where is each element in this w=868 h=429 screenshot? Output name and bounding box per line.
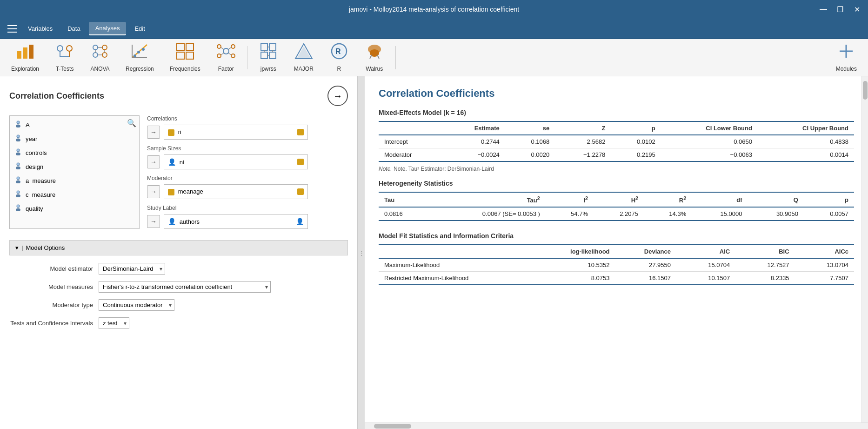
major-icon xyxy=(294,43,313,63)
regression-icon xyxy=(130,43,149,63)
svg-rect-0 xyxy=(17,51,21,59)
svg-point-20 xyxy=(137,51,140,54)
svg-line-31 xyxy=(221,47,224,49)
col-header-label xyxy=(379,121,444,135)
model-measures-row: Model measures Fisher's r-to-z transform… xyxy=(9,281,348,293)
toolbar-r[interactable]: R R xyxy=(323,41,355,74)
svg-line-51 xyxy=(377,55,379,59)
moderator-box[interactable]: meanage xyxy=(164,184,308,199)
list-item[interactable]: A xyxy=(10,118,139,132)
svg-point-19 xyxy=(134,54,136,57)
cell-intercept-ci-upper: 0.4838 xyxy=(758,135,854,148)
moderator-remove-icon[interactable] xyxy=(297,188,304,195)
panel-title: Correlation Coefficients xyxy=(9,91,104,101)
cell-reml-bic: −8.2335 xyxy=(735,272,795,285)
list-item[interactable]: controls xyxy=(10,146,139,160)
moderator-type-row: Moderator type Continuous moderator xyxy=(9,299,348,311)
toolbar-ttests[interactable]: T-Tests xyxy=(48,41,81,74)
cell-intercept-p: 0.0102 xyxy=(611,135,661,148)
factor-label: Factor xyxy=(218,66,234,72)
svg-point-21 xyxy=(142,48,145,51)
menu-analyses[interactable]: Analyses xyxy=(89,22,127,35)
toolbar-modules[interactable]: Modules xyxy=(829,41,863,74)
col-log-likelihood: log-likelihood xyxy=(534,245,615,258)
svg-point-29 xyxy=(217,54,221,58)
tests-ci-select[interactable]: z test xyxy=(99,317,129,329)
cell-reml-aic: −10.1507 xyxy=(676,272,735,285)
frequencies-icon xyxy=(176,43,194,63)
right-scrollbar-thumb[interactable] xyxy=(863,81,868,100)
toolbar-frequencies[interactable]: Frequencies xyxy=(163,41,207,74)
correlations-arrow[interactable]: → xyxy=(147,126,160,139)
toolbar-jpwrss[interactable]: jpwrss xyxy=(252,41,285,74)
study-label-box[interactable]: 👤 authors 👤 xyxy=(164,214,308,229)
heterogeneity-label: Heterogeneity Statistics xyxy=(379,180,854,187)
svg-point-28 xyxy=(231,45,235,48)
maximize-button[interactable]: ❐ xyxy=(834,3,847,16)
svg-point-71 xyxy=(17,191,20,194)
study-label-arrow[interactable]: → xyxy=(147,215,160,228)
bottom-scrollbar-thumb[interactable] xyxy=(374,424,411,429)
svg-point-4 xyxy=(67,46,72,51)
moderator-type-select[interactable]: Continuous moderator xyxy=(99,299,174,311)
minimize-button[interactable]: — xyxy=(817,3,830,16)
toolbar-exploration[interactable]: Exploration xyxy=(5,41,46,74)
menu-data[interactable]: Data xyxy=(61,22,87,35)
bottom-scrollbar[interactable] xyxy=(365,422,868,429)
cell-reml-dev: −16.1507 xyxy=(615,272,676,285)
moderator-arrow[interactable]: → xyxy=(147,185,160,198)
table-row: 0.0816 0.0067 (SE= 0.0053 ) 54.7% 2.2075… xyxy=(379,207,854,221)
svg-point-64 xyxy=(16,167,20,170)
results-title: Correlation Coefficients xyxy=(379,87,854,100)
svg-point-65 xyxy=(17,163,20,166)
anova-label: ANOVA xyxy=(90,66,109,72)
resize-handle[interactable]: ⋮ xyxy=(358,76,365,429)
list-item[interactable]: year xyxy=(10,132,139,146)
model-estimator-select[interactable]: DerSimonian-Laird xyxy=(99,263,165,275)
model-fit-table: log-likelihood Deviance AIC BIC AICc Max… xyxy=(379,244,854,285)
cell-reml-ll: 8.0753 xyxy=(534,272,615,285)
cell-moderator-estimate: −0.0024 xyxy=(444,148,505,162)
toolbar-major[interactable]: MAJOR xyxy=(287,41,320,74)
close-button[interactable]: ✕ xyxy=(850,3,863,16)
tests-ci-label: Tests and Confidence Intervals xyxy=(9,320,93,327)
toolbar: Exploration T-Tests xyxy=(0,39,868,76)
modules-icon xyxy=(838,43,855,63)
correlations-box[interactable]: ri xyxy=(164,125,308,140)
list-item[interactable]: design xyxy=(10,160,139,174)
col-deviance: Deviance xyxy=(615,245,676,258)
toolbar-factor[interactable]: Factor xyxy=(210,41,242,74)
svg-point-26 xyxy=(223,48,229,54)
list-item[interactable]: c_measure xyxy=(10,188,139,201)
model-options-header[interactable]: ▾ | Model Options xyxy=(9,240,348,255)
walrus-label: Walrus xyxy=(366,66,383,72)
col-header-p: p xyxy=(611,121,661,135)
model-measures-select[interactable]: Fisher's r-to-z transformed correlation … xyxy=(99,281,271,293)
sample-sizes-box[interactable]: 👤 ni xyxy=(164,154,308,169)
toolbar-anova[interactable]: ANOVA xyxy=(84,41,116,74)
svg-point-73 xyxy=(16,208,20,212)
ttests-icon xyxy=(55,43,74,63)
right-scrollbar[interactable] xyxy=(861,76,868,422)
sample-sizes-section: Sample Sizes → 👤 ni xyxy=(147,145,348,169)
jpwrss-icon xyxy=(259,43,278,63)
menu-edit[interactable]: Edit xyxy=(128,22,151,35)
moderator-label: Moderator xyxy=(147,175,348,181)
toolbar-regression[interactable]: Regression xyxy=(119,41,160,74)
sample-sizes-remove-icon[interactable] xyxy=(297,159,304,165)
var-label-quality: quality xyxy=(26,205,43,212)
moderator-row: → meanage xyxy=(147,184,348,199)
cell-intercept-estimate: 0.2744 xyxy=(444,135,505,148)
sample-sizes-arrow[interactable]: → xyxy=(147,155,160,168)
correlations-remove-icon[interactable] xyxy=(297,129,304,135)
list-item[interactable]: a_measure xyxy=(10,174,139,188)
var-icon-c-measure xyxy=(14,190,22,199)
list-item[interactable]: quality xyxy=(10,201,139,215)
search-icon[interactable]: 🔍 xyxy=(127,119,136,127)
hamburger-menu[interactable] xyxy=(5,21,20,36)
panel-arrow-button[interactable]: → xyxy=(327,86,348,106)
major-label: MAJOR xyxy=(294,66,314,72)
toolbar-walrus[interactable]: Walrus xyxy=(358,41,391,74)
window-title: jamovi - Molloy2014 meta-analysis of cor… xyxy=(349,6,519,13)
menu-variables[interactable]: Variables xyxy=(21,22,59,35)
